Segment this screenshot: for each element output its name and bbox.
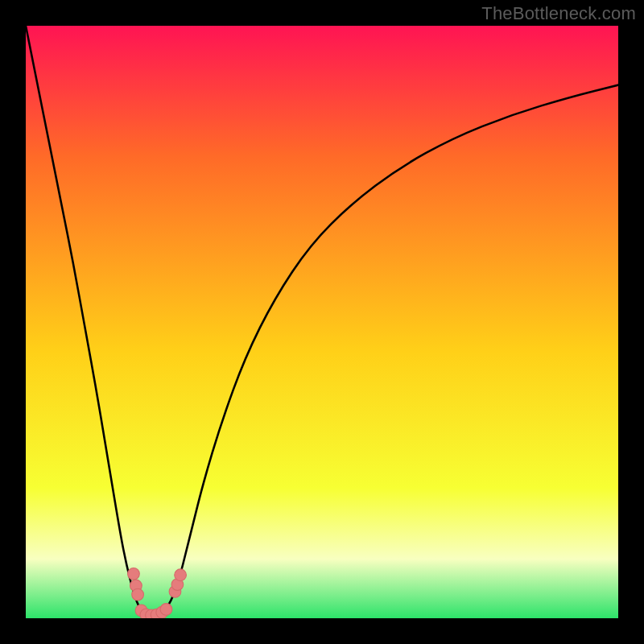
chart-frame: TheBottleneck.com [0, 0, 644, 644]
data-marker [175, 569, 187, 581]
watermark-text: TheBottleneck.com [481, 3, 636, 24]
data-marker [160, 604, 172, 616]
plot-area [26, 26, 618, 618]
data-marker [132, 588, 144, 601]
curve-markers [128, 568, 187, 618]
bottleneck-curve [26, 26, 618, 618]
curve-path [26, 26, 618, 617]
data-marker [128, 568, 140, 580]
